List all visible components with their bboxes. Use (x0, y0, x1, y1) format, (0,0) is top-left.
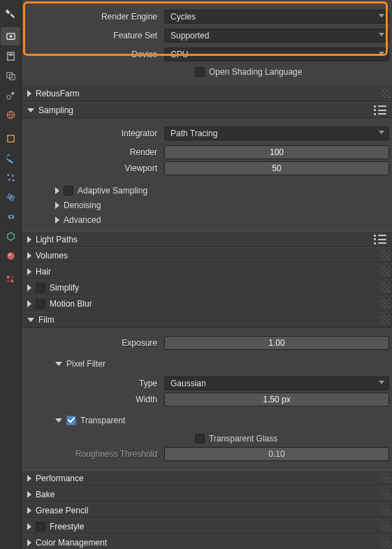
tab-material-icon[interactable] (1, 247, 20, 265)
panel-motion-blur-title: Motion Blur (50, 299, 92, 309)
exposure-label: Exposure (24, 338, 164, 348)
disclosure-icon (55, 418, 62, 423)
tab-scene-icon[interactable] (1, 86, 20, 104)
panel-rebusfarm[interactable]: RebusFarm (22, 86, 392, 102)
freestyle-checkbox[interactable] (36, 522, 45, 532)
panel-freestyle-title: Freestyle (50, 522, 84, 532)
panel-motion-blur[interactable]: Motion Blur (22, 295, 392, 312)
panel-drag-icon[interactable] (381, 299, 391, 309)
tab-particle-icon[interactable] (1, 168, 20, 186)
osl-label: Open Shading Language (209, 67, 302, 77)
panel-drag-icon[interactable] (381, 522, 391, 532)
tab-modifier-icon[interactable] (1, 149, 20, 167)
panel-drag-icon[interactable] (381, 538, 391, 548)
roughness-threshold-field[interactable]: 0.10 (164, 447, 389, 461)
filter-type-label: Type (24, 379, 164, 388)
filter-type-row: Type Gaussian (22, 375, 392, 391)
panel-rebusfarm-title: RebusFarm (36, 89, 80, 98)
panel-presets-icon[interactable] (374, 105, 386, 115)
panel-freestyle[interactable]: Freestyle (22, 518, 392, 534)
panel-hair[interactable]: Hair (22, 263, 392, 279)
panel-drag-icon[interactable] (381, 490, 391, 499)
svg-point-12 (8, 178, 10, 180)
advanced-label: Advanced (64, 215, 101, 225)
integrator-row: Integrator Path Tracing (22, 125, 392, 141)
panel-film[interactable]: Film (22, 312, 392, 328)
disclosure-icon (27, 523, 31, 530)
sub-pixel-filter[interactable]: Pixel Filter (22, 356, 392, 371)
entity-checkbox[interactable] (195, 434, 205, 444)
tab-world-icon[interactable] (1, 105, 20, 124)
panel-drag-icon[interactable] (381, 251, 391, 261)
tab-tool-icon[interactable] (1, 3, 20, 22)
panel-sampling[interactable]: Sampling (22, 102, 392, 118)
sub-transparent[interactable]: Transparent (22, 413, 392, 427)
panel-drag-icon[interactable] (381, 474, 391, 483)
osl-row: Open Shading Language (22, 65, 392, 79)
panel-drag-icon[interactable] (381, 506, 391, 515)
panel-color-management[interactable]: Color Management (22, 534, 392, 549)
tab-mesh-icon[interactable] (1, 227, 20, 245)
motion-blur-checkbox[interactable] (36, 299, 45, 309)
panel-light-paths-title: Light Paths (36, 235, 78, 244)
osl-checkbox[interactable] (195, 67, 205, 77)
panel-presets-icon[interactable] (374, 235, 386, 244)
integrator-value: Path Tracing (170, 129, 217, 138)
transparent-label: Transparent (80, 416, 125, 425)
simplify-checkbox[interactable] (36, 283, 45, 293)
sub-adaptive-sampling[interactable]: Adaptive Sampling (22, 183, 392, 198)
viewport-samples-field[interactable]: 50 (164, 161, 389, 175)
panel-drag-icon[interactable] (381, 89, 391, 98)
adaptive-sampling-checkbox[interactable] (64, 186, 73, 196)
adaptive-sampling-label: Adaptive Sampling (78, 186, 147, 196)
svg-rect-19 (6, 275, 9, 278)
render-engine-value: Cycles (170, 12, 196, 22)
tab-physics-icon[interactable] (1, 188, 20, 206)
panel-light-paths[interactable]: Light Paths (22, 231, 392, 247)
filter-width-field[interactable]: 1.50 px (164, 393, 389, 407)
filter-type-select[interactable]: Gaussian (164, 376, 389, 390)
disclosure-icon (27, 507, 31, 514)
feature-set-select[interactable]: Supported (164, 29, 389, 43)
sub-denoising[interactable]: Denoising (22, 198, 392, 212)
render-samples-field[interactable]: 100 (164, 145, 389, 159)
panel-grease-pencil[interactable]: Grease Pencil (22, 502, 392, 518)
disclosure-icon (27, 539, 31, 546)
panel-film-body: Exposure 1.00 Pixel Filter Type Gaussian… (22, 328, 392, 470)
svg-rect-20 (10, 275, 13, 278)
sub-advanced[interactable]: Advanced (22, 212, 392, 227)
denoising-label: Denoising (64, 200, 101, 210)
panel-volumes[interactable]: Volumes (22, 247, 392, 263)
tab-viewlayer-icon[interactable] (1, 66, 20, 85)
panel-performance[interactable]: Performance (22, 470, 392, 486)
panel-drag-icon[interactable] (381, 267, 391, 277)
panel-drag-icon[interactable] (381, 283, 391, 293)
panel-bake[interactable]: Bake (22, 486, 392, 502)
device-select[interactable]: CPU (164, 47, 389, 61)
disclosure-icon (55, 187, 59, 194)
disclosure-icon (55, 202, 59, 209)
integrator-select[interactable]: Path Tracing (164, 126, 389, 140)
transparent-checkbox[interactable] (66, 416, 76, 425)
tab-render-icon[interactable] (1, 27, 20, 45)
render-engine-select[interactable]: Cycles (164, 10, 389, 24)
tab-output-icon[interactable] (1, 47, 20, 65)
svg-point-14 (10, 196, 12, 198)
feature-set-value: Supported (170, 31, 209, 41)
render-samples-row: Render 100 (22, 144, 392, 160)
svg-rect-3 (8, 53, 13, 55)
feature-set-row: Feature Set Supported (22, 27, 392, 43)
exposure-field[interactable]: 1.00 (164, 336, 389, 350)
tab-texture-icon[interactable] (1, 270, 20, 288)
exposure-row: Exposure 1.00 (22, 335, 392, 351)
device-label: Device (24, 50, 164, 59)
disclosure-icon (27, 90, 31, 97)
panel-simplify[interactable]: Simplify (22, 279, 392, 295)
tab-object-icon[interactable] (1, 129, 20, 147)
disclosure-icon (27, 236, 31, 243)
svg-point-10 (7, 174, 9, 176)
tab-constraint-icon[interactable] (1, 207, 20, 226)
panel-film-title: Film (38, 315, 55, 325)
viewport-samples-label: Viewport (24, 163, 164, 173)
panel-drag-icon[interactable] (381, 315, 391, 325)
